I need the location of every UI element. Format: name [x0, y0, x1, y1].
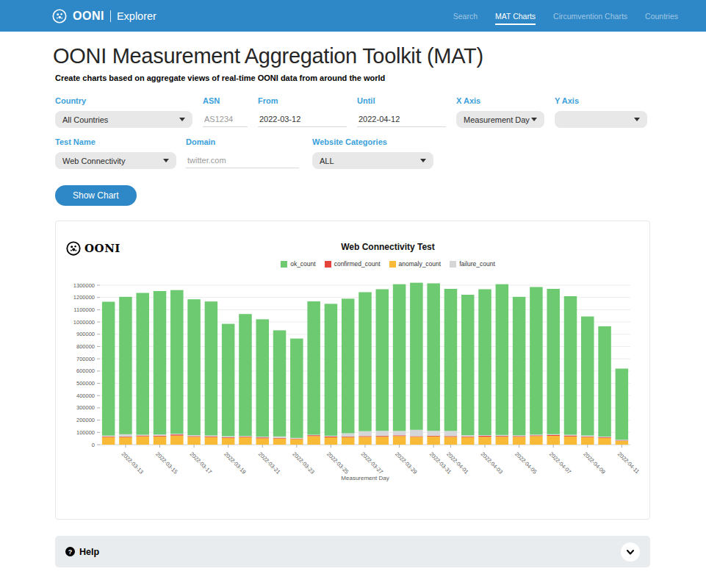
until-label: Until — [357, 96, 446, 105]
chart-title: Web Connectivity Test — [123, 242, 652, 252]
y-axis-label: Y Axis — [555, 96, 647, 105]
website-categories-label: Website Categories — [312, 137, 433, 146]
svg-text:2022-03-17: 2022-03-17 — [189, 451, 213, 475]
help-label: Help — [79, 547, 99, 557]
filter-row-2: Test Name Web Connectivity Domain Websit… — [55, 137, 650, 169]
x-axis-select[interactable]: Measurement Day — [456, 111, 544, 128]
nav-link-search[interactable]: Search — [453, 7, 478, 25]
top-navbar: OONI Explorer Search MAT Charts Circumve… — [0, 0, 706, 32]
nav-link-circumvention-charts[interactable]: Circumvention Charts — [553, 7, 627, 25]
ooni-logo-icon — [51, 8, 68, 24]
brand-suffix: Explorer — [117, 10, 156, 22]
ooni-logo-icon — [65, 240, 82, 257]
nav-link-mat-charts[interactable]: MAT Charts — [495, 7, 536, 25]
svg-text:2022-04-11: 2022-04-11 — [616, 451, 641, 475]
main-content: OONI Measurement Aggregation Toolkit (MA… — [55, 44, 650, 567]
test-name-select-value: Web Connectivity — [62, 157, 125, 165]
domain-label: Domain — [186, 137, 299, 146]
question-mark-icon: ? — [65, 547, 75, 556]
website-categories-select-value: ALL — [320, 157, 334, 165]
ooni-explorer-logo[interactable]: OONI Explorer — [51, 8, 156, 24]
svg-text:2022-04-03: 2022-04-03 — [480, 451, 504, 475]
help-section[interactable]: ? Help — [55, 536, 650, 567]
y-axis-select[interactable] — [555, 111, 647, 128]
ooni-chart-watermark: OONI — [65, 240, 120, 257]
svg-text:1200000: 1200000 — [73, 294, 95, 301]
page-subtitle: Create charts based on aggregate views o… — [55, 74, 650, 82]
svg-text:2022-03-21: 2022-03-21 — [257, 451, 281, 475]
svg-text:2022-03-19: 2022-03-19 — [223, 451, 247, 475]
ok_count-swatch — [281, 261, 287, 268]
svg-text:2022-04-05: 2022-04-05 — [514, 451, 538, 475]
chevron-down-icon — [179, 118, 185, 121]
failure_count-swatch — [450, 261, 456, 268]
svg-text:900000: 900000 — [76, 331, 95, 337]
from-date-input[interactable] — [258, 111, 347, 127]
svg-text:1100000: 1100000 — [73, 306, 95, 313]
svg-text:600000: 600000 — [76, 368, 95, 374]
svg-text:800000: 800000 — [76, 343, 95, 350]
chevron-down-icon — [420, 159, 426, 162]
svg-text:0: 0 — [92, 442, 95, 448]
chart-legend: ok_countconfirmed_countanomaly_countfail… — [123, 260, 652, 268]
domain-input[interactable] — [186, 152, 299, 168]
test-name-label: Test Name — [55, 137, 176, 146]
country-select[interactable]: All Countries — [55, 111, 192, 128]
chevron-down-icon — [163, 159, 169, 162]
legend-item-anomaly_count: anomaly_count — [389, 260, 442, 268]
svg-text:700000: 700000 — [76, 356, 95, 362]
svg-text:500000: 500000 — [76, 380, 95, 387]
chart-header: Web Connectivity Test ok_countconfirmed_… — [123, 242, 652, 268]
x-axis-label: X Axis — [456, 96, 544, 105]
chevron-down-icon — [531, 118, 537, 121]
svg-text:300000: 300000 — [76, 404, 95, 411]
country-select-value: All Countries — [62, 115, 108, 124]
svg-text:2022-04-09: 2022-04-09 — [582, 451, 606, 475]
nav-link-countries[interactable]: Countries — [645, 7, 678, 25]
svg-text:1000000: 1000000 — [73, 319, 95, 326]
anomaly_count-swatch — [389, 261, 396, 268]
legend-item-confirmed_count: confirmed_count — [325, 260, 381, 268]
chart-card: OONI Web Connectivity Test ok_countconfi… — [55, 220, 650, 520]
filter-row-1: Country All Countries ASN From Until X A… — [55, 96, 650, 128]
svg-text:2022-03-23: 2022-03-23 — [291, 451, 315, 475]
country-label: Country — [55, 96, 192, 105]
show-chart-button[interactable]: Show Chart — [55, 185, 137, 206]
asn-input[interactable] — [203, 111, 248, 127]
brand-name: OONI — [73, 10, 104, 23]
x-axis-select-value: Measurement Day — [464, 115, 530, 124]
svg-text:Measurement Day: Measurement Day — [341, 475, 389, 481]
chevron-down-icon — [626, 548, 635, 556]
ooni-wordmark: OONI — [84, 242, 120, 255]
svg-text:2022-04-07: 2022-04-07 — [548, 451, 572, 475]
svg-text:400000: 400000 — [76, 392, 95, 399]
svg-text:2022-03-15: 2022-03-15 — [154, 451, 179, 475]
svg-text:2022-03-13: 2022-03-13 — [120, 451, 145, 475]
stacked-bar-chart[interactable]: 0100000200000300000400000500000600000700… — [56, 278, 651, 500]
brand-divider — [110, 10, 111, 22]
svg-text:2022-03-27: 2022-03-27 — [360, 451, 384, 475]
from-label: From — [258, 96, 347, 105]
test-name-select[interactable]: Web Connectivity — [55, 152, 176, 169]
svg-text:2022-03-29: 2022-03-29 — [394, 451, 418, 475]
help-collapse-button[interactable] — [621, 542, 640, 562]
chevron-down-icon — [634, 118, 640, 121]
nav-links: Search MAT Charts Circumvention Charts C… — [453, 7, 678, 25]
page-title: OONI Measurement Aggregation Toolkit (MA… — [53, 44, 650, 68]
confirmed_count-swatch — [325, 261, 331, 268]
svg-text:1300000: 1300000 — [73, 282, 95, 289]
svg-text:2022-03-25: 2022-03-25 — [325, 451, 350, 475]
svg-text:100000: 100000 — [76, 429, 95, 436]
svg-text:200000: 200000 — [76, 417, 95, 423]
asn-label: ASN — [203, 96, 248, 105]
legend-item-ok_count: ok_count — [281, 260, 316, 268]
legend-item-failure_count: failure_count — [450, 260, 495, 268]
website-categories-select[interactable]: ALL — [312, 152, 433, 169]
until-date-input[interactable] — [357, 111, 446, 127]
help-header: ? Help — [65, 547, 99, 557]
